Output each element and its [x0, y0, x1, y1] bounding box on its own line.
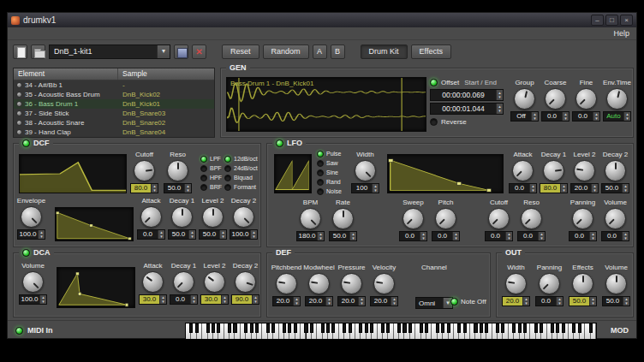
spin-arrows-icon[interactable] [593, 112, 599, 121]
close-button[interactable]: × [620, 15, 633, 26]
spin-arrows-icon[interactable] [531, 112, 538, 121]
knob-reso[interactable]: Reso50.0 [164, 151, 192, 193]
knob-sweep[interactable]: Sweep0.0 [399, 199, 427, 241]
spin-volume[interactable]: 0.0 [601, 231, 629, 241]
black-key[interactable] [283, 323, 286, 333]
spin-arrows-icon[interactable] [529, 184, 536, 193]
black-key[interactable] [365, 323, 368, 333]
spin-arrows-icon[interactable] [221, 295, 228, 304]
reverse-label[interactable]: Reverse [441, 118, 467, 126]
spin-arrows-icon[interactable] [522, 297, 529, 306]
knob-cutoff[interactable]: Cutoff0.0 [485, 199, 513, 241]
spin-modwheel[interactable]: 20.0 [305, 296, 333, 306]
knob-dial[interactable] [606, 88, 628, 110]
spin-arrows-icon[interactable] [622, 232, 629, 240]
knob-width[interactable]: Width100 [351, 151, 379, 193]
black-key[interactable] [441, 323, 444, 333]
knob-dial[interactable] [488, 208, 510, 229]
element-list-header[interactable]: Element Sample [14, 68, 214, 80]
knob-dial[interactable] [167, 160, 188, 181]
black-key[interactable] [288, 323, 291, 333]
black-key[interactable] [386, 323, 390, 333]
knob-dial[interactable] [276, 273, 297, 294]
black-key[interactable] [195, 323, 199, 333]
spin-arrows-icon[interactable] [589, 297, 596, 306]
black-key[interactable] [304, 323, 307, 333]
channel-combobox[interactable]: Omni [415, 297, 453, 309]
spin-width[interactable]: 100 [351, 183, 379, 193]
black-key[interactable] [562, 323, 565, 333]
knob-panning[interactable]: Panning0.0 [535, 264, 564, 306]
black-key[interactable] [381, 323, 385, 333]
black-key[interactable] [189, 323, 193, 333]
new-preset-icon[interactable] [13, 45, 27, 59]
black-key[interactable] [206, 323, 210, 333]
spin-arrows-icon[interactable] [622, 184, 629, 193]
black-key[interactable] [457, 323, 461, 333]
knob-decay-2[interactable]: Decay 2100.0 [230, 197, 258, 240]
keyboard[interactable] [185, 323, 597, 340]
spin-attack[interactable]: 0.0 [137, 229, 165, 240]
knob-group[interactable]: GroupOff [510, 79, 539, 122]
black-key[interactable] [244, 323, 247, 333]
spin-arrows-icon[interactable] [562, 112, 569, 121]
tab-drumkit[interactable]: Drum Kit [361, 45, 408, 59]
spin-coarse[interactable]: 0.0 [541, 111, 569, 122]
radio-12db-oct[interactable]: 12dB/oct [224, 154, 258, 163]
knob-dial[interactable] [171, 206, 193, 228]
spin-arrows-icon[interactable] [190, 295, 197, 304]
maximize-button[interactable]: □ [605, 15, 618, 26]
spin-panning[interactable]: 0.0 [535, 296, 564, 306]
sample-waveform-display[interactable]: Bass Drum 1 - DnB_Kick01 [226, 77, 426, 132]
spin-rate[interactable]: 50.0 [329, 231, 357, 241]
spin-reso[interactable]: 50.0 [164, 183, 192, 193]
dcf-filter-graph[interactable] [19, 154, 127, 193]
knob-pitchbend[interactable]: Pitchbend20.0 [272, 264, 301, 306]
knob-modwheel[interactable]: Modwheel20.0 [305, 264, 333, 306]
spin-level-2[interactable]: 20.0 [570, 183, 599, 193]
knob-panning[interactable]: Panning0.0 [569, 199, 597, 241]
knob-dial[interactable] [402, 208, 424, 229]
spin-arrows-icon[interactable] [39, 295, 46, 304]
black-key[interactable] [266, 323, 270, 333]
black-key[interactable] [436, 323, 439, 333]
knob-decay-1[interactable]: Decay 150.0 [168, 197, 196, 240]
knob-pressure[interactable]: Pressure20.0 [337, 264, 366, 306]
spin-arrows-icon[interactable] [158, 230, 164, 239]
knob-velocity[interactable]: Velocity20.0 [370, 264, 398, 306]
knob-dial[interactable] [173, 271, 194, 293]
black-key[interactable] [233, 323, 236, 333]
offset-end-spin[interactable]: 00:00:01.044 [430, 103, 504, 115]
offset-start-spin[interactable]: 00:00:00.069 [430, 89, 504, 101]
black-key[interactable] [523, 323, 527, 333]
spin-pitchbend[interactable]: 20.0 [272, 296, 301, 306]
spin-panning[interactable]: 0.0 [569, 231, 597, 241]
black-key[interactable] [589, 323, 593, 333]
black-key[interactable] [518, 323, 522, 333]
spin-arrows-icon[interactable] [159, 295, 166, 304]
knob-dial[interactable] [605, 273, 627, 294]
black-key[interactable] [408, 323, 412, 333]
knob-dial[interactable] [512, 160, 534, 181]
spin-velocity[interactable]: 20.0 [370, 296, 398, 306]
spin-pressure[interactable]: 20.0 [337, 296, 366, 306]
spin-decay-2[interactable]: 90.0 [231, 294, 259, 305]
black-key[interactable] [294, 323, 297, 333]
black-key[interactable] [326, 323, 330, 333]
knob-dial[interactable] [142, 271, 164, 293]
spin-decay-2[interactable]: 100.0 [230, 229, 258, 240]
titlebar[interactable]: drumkv1 – □ × [8, 13, 636, 27]
knob-dial[interactable] [543, 160, 564, 181]
knob-dial[interactable] [575, 88, 597, 110]
black-key[interactable] [321, 323, 325, 333]
knob-decay-1[interactable]: Decay 10.0 [170, 262, 198, 305]
knob-dial[interactable] [134, 160, 155, 181]
delete-preset-icon[interactable] [192, 45, 206, 59]
knob-reso[interactable]: Reso0.0 [517, 199, 546, 241]
knob-dial[interactable] [505, 273, 527, 294]
knob-dial[interactable] [341, 273, 362, 294]
spin-arrows-icon[interactable] [188, 230, 195, 239]
spin-volume[interactable]: 100.0 [19, 294, 47, 305]
black-key[interactable] [331, 323, 335, 333]
knob-dial[interactable] [355, 160, 376, 181]
